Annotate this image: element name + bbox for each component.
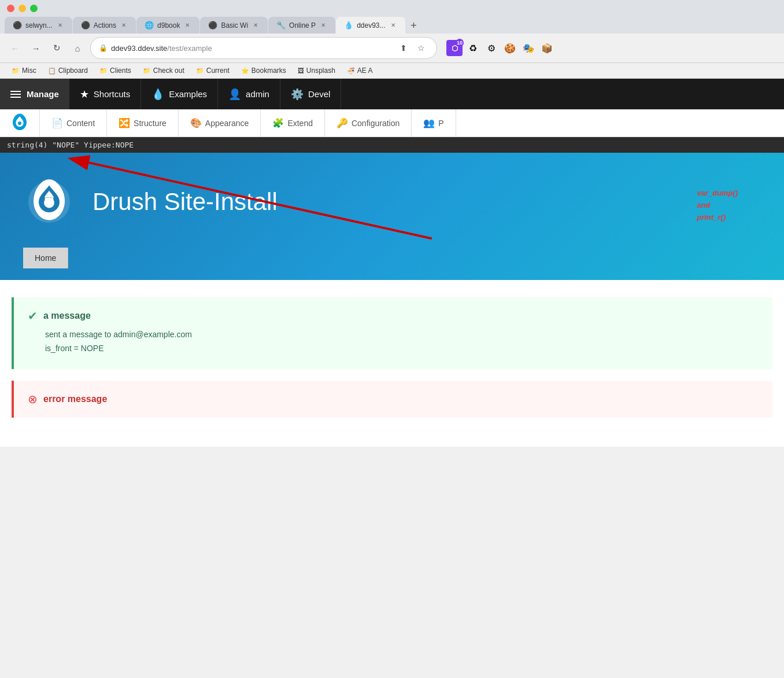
new-tab-button[interactable]: + xyxy=(406,17,422,34)
secondary-nav-configuration[interactable]: 🔑 Configuration xyxy=(325,109,412,137)
drop-nav-icon: 💧 xyxy=(151,88,164,101)
tools-icon: 🔧 xyxy=(276,21,286,30)
url-path: /test/example xyxy=(167,44,212,53)
bookmark-misc[interactable]: 📁 Misc xyxy=(7,65,41,76)
cookie-icon[interactable]: 🍪 xyxy=(502,40,518,56)
bookmark-bookmarks[interactable]: ⭐ Bookmarks xyxy=(236,65,291,76)
debug-text: string(4) "NOPE" Yippee:NOPE xyxy=(7,141,134,149)
refresh-button[interactable]: ↻ xyxy=(49,40,65,56)
maximize-button[interactable] xyxy=(30,5,38,12)
back-button[interactable]: ← xyxy=(7,40,23,56)
error-message: ⊗ error message xyxy=(12,381,772,418)
bookmark-clients[interactable]: 📁 Clients xyxy=(95,65,136,76)
person-nav-icon: 👤 xyxy=(228,88,241,101)
tab-1-close[interactable]: ✕ xyxy=(56,21,64,30)
browser-tab-2[interactable]: ⚫ Actions ✕ xyxy=(73,17,136,34)
bookmarks-bar: 📁 Misc 📋 Clipboard 📁 Clients 📁 Check out… xyxy=(0,63,784,79)
drupal-logo[interactable] xyxy=(0,109,40,137)
appearance-icon: 🎨 xyxy=(190,117,202,128)
annotation-text: var_dump() and print_r() xyxy=(697,187,738,223)
title-bar xyxy=(0,0,784,17)
tab-5-close[interactable]: ✕ xyxy=(319,21,327,30)
close-button[interactable] xyxy=(7,5,14,12)
hamburger-icon xyxy=(10,91,21,98)
url-actions: ⬆ ☆ xyxy=(396,40,428,56)
drupal-tab-icon: 💧 xyxy=(344,21,353,30)
tab-3-close[interactable]: ✕ xyxy=(183,21,191,30)
svg-point-5 xyxy=(45,198,48,201)
secondary-nav-people[interactable]: 👥 P xyxy=(412,109,456,137)
structure-label: Structure xyxy=(134,119,167,128)
address-bar: ← → ↻ ⌂ 🔒 ddev93.ddev.site/test/example … xyxy=(0,34,784,63)
secondary-nav-structure[interactable]: 🔀 Structure xyxy=(107,109,179,137)
success-message-header: ✔ a message xyxy=(28,309,759,323)
browser-tab-3[interactable]: 🌐 d9book ✕ xyxy=(136,17,199,34)
url-text: ddev93.ddev.site/test/example xyxy=(111,44,393,53)
browser-tab-5[interactable]: 🔧 Online P ✕ xyxy=(268,17,335,34)
forward-button[interactable]: → xyxy=(28,40,44,56)
annotation-line3: print_r() xyxy=(697,212,738,224)
minimize-button[interactable] xyxy=(19,5,26,12)
star-nav-icon: ★ xyxy=(80,88,89,101)
tab-4-close[interactable]: ✕ xyxy=(252,21,260,30)
tabs-bar: ⚫ selwyn... ✕ ⚫ Actions ✕ 🌐 d9book ✕ ⚫ B… xyxy=(0,17,784,34)
ae-icon: 🍜 xyxy=(347,67,355,75)
mask-icon[interactable]: 🎭 xyxy=(520,40,537,56)
tab-6-close[interactable]: ✕ xyxy=(389,21,397,30)
dropbox-icon[interactable]: 📦 xyxy=(539,40,555,56)
home-nav-item[interactable]: Home xyxy=(23,248,68,268)
folder-icon-checkout: 📁 xyxy=(143,67,151,75)
debug-bar: string(4) "NOPE" Yippee:NOPE xyxy=(0,137,784,153)
bookmark-bookmarks-label: Bookmarks xyxy=(252,67,286,75)
bookmark-ae[interactable]: 🍜 AE A xyxy=(342,65,378,76)
bookmark-star-button[interactable]: ☆ xyxy=(413,40,428,56)
lock-icon: 🔒 xyxy=(99,44,108,52)
tab-5-title: Online P xyxy=(289,21,316,30)
annotation-line2: and xyxy=(697,200,738,212)
nav-shortcuts[interactable]: ★ Shortcuts xyxy=(69,79,141,109)
bookmark-clipboard[interactable]: 📋 Clipboard xyxy=(43,65,93,76)
home-button[interactable]: ⌂ xyxy=(69,40,86,56)
bookmark-checkout[interactable]: 📁 Check out xyxy=(138,65,189,76)
svg-point-6 xyxy=(51,198,54,201)
bookmark-current[interactable]: 📁 Current xyxy=(191,65,234,76)
clipboard-icon: 📋 xyxy=(48,67,56,75)
browser-tab-4[interactable]: ⚫ Basic Wi ✕ xyxy=(200,17,268,34)
nav-devel[interactable]: ⚙️ Devel xyxy=(280,79,341,109)
secondary-nav-appearance[interactable]: 🎨 Appearance xyxy=(179,109,261,137)
manage-label: Manage xyxy=(27,89,59,99)
secondary-admin-bar: 📄 Content 🔀 Structure 🎨 Appearance 🧩 Ext… xyxy=(0,109,784,137)
extend-label: Extend xyxy=(287,119,313,128)
main-content: ✔ a message sent a message to admin@exam… xyxy=(0,280,784,447)
nav-examples[interactable]: 💧 Examples xyxy=(141,79,218,109)
success-message: ✔ a message sent a message to admin@exam… xyxy=(12,297,772,369)
star-icon: ⭐ xyxy=(241,67,249,75)
github-icon-4: ⚫ xyxy=(208,21,217,30)
bookmark-clients-label: Clients xyxy=(110,67,131,75)
settings-icon[interactable]: ⚙ xyxy=(483,40,500,56)
secondary-nav-extend[interactable]: 🧩 Extend xyxy=(261,109,325,137)
url-bar[interactable]: 🔒 ddev93.ddev.site/test/example ⬆ ☆ xyxy=(90,37,437,59)
folder-icon-current: 📁 xyxy=(196,67,204,75)
admin-nav: ★ Shortcuts 💧 Examples 👤 admin ⚙️ Devel xyxy=(69,79,341,109)
error-icon: ⊗ xyxy=(28,392,38,406)
extension-badge: 10 xyxy=(456,39,464,47)
browser-tab-6[interactable]: 💧 ddev93... ✕ xyxy=(336,17,405,34)
structure-icon: 🔀 xyxy=(119,117,130,128)
admin-toolbar: Manage ★ Shortcuts 💧 Examples 👤 admin ⚙️… xyxy=(0,79,784,109)
manage-button[interactable]: Manage xyxy=(0,79,69,109)
secondary-nav-content[interactable]: 📄 Content xyxy=(40,109,107,137)
tab-6-title: ddev93... xyxy=(357,21,385,30)
tab-2-close[interactable]: ✕ xyxy=(120,21,128,30)
github-icon-1: ⚫ xyxy=(13,21,22,30)
success-message-line2: is_front = NOPE xyxy=(28,344,759,353)
url-domain: ddev93.ddev.site xyxy=(111,44,167,53)
recycle-icon[interactable]: ♻ xyxy=(465,40,481,56)
browser-tab-1[interactable]: ⚫ selwyn... ✕ xyxy=(5,17,72,34)
hero-drupal-logo xyxy=(23,176,75,228)
tab-1-title: selwyn... xyxy=(25,21,53,30)
nav-admin[interactable]: 👤 admin xyxy=(218,79,280,109)
share-button[interactable]: ⬆ xyxy=(396,40,411,56)
bookmark-unsplash[interactable]: 🖼 Unsplash xyxy=(293,65,340,76)
checkmark-icon: ✔ xyxy=(28,309,38,323)
